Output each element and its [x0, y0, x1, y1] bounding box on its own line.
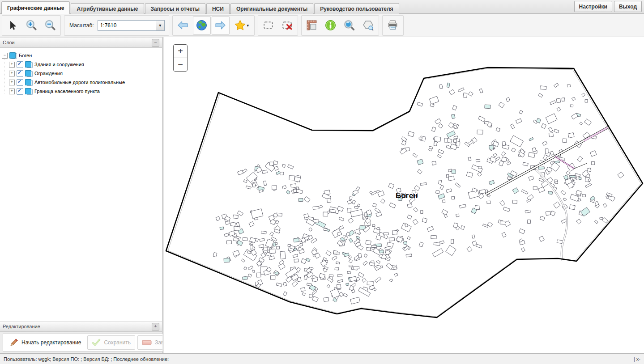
- settings-button-label: Настройки: [579, 4, 607, 10]
- combobox-trigger-button[interactable]: ▾: [156, 21, 164, 30]
- map-zoom-in-button[interactable]: +: [174, 45, 187, 58]
- layer-icon: [25, 88, 33, 95]
- navigation-group: ▾: [172, 15, 255, 36]
- tab-graphic-data[interactable]: Графические данные: [1, 1, 70, 14]
- select-rectangle-button[interactable]: [260, 16, 277, 35]
- scale-value: 1:7610: [98, 22, 156, 29]
- tab-label: Оригинальные документы: [236, 6, 307, 12]
- layer-icon: [25, 61, 33, 68]
- tree-root-bogen[interactable]: − Боген: [2, 51, 162, 60]
- pointer-tools-group: [2, 15, 61, 36]
- hexagon-search-icon: [362, 19, 374, 31]
- minus-icon: −: [154, 39, 157, 45]
- zoom-in-tool-button[interactable]: [22, 16, 40, 35]
- info-button[interactable]: [322, 16, 340, 35]
- back-button[interactable]: [174, 16, 192, 35]
- tab-original-documents[interactable]: Оригинальные документы: [230, 3, 313, 14]
- start-editing-button[interactable]: Начать редактирование: [5, 336, 85, 349]
- edit-panel-title: Редактирование: [3, 324, 152, 329]
- app-window: { "tabs": { "items": [ {"label": "Графич…: [0, 0, 644, 364]
- cursor-icon: [7, 20, 18, 31]
- layer-icon: [25, 70, 33, 77]
- tab-queries-reports[interactable]: Запросы и отчеты: [145, 3, 205, 14]
- layer-checkbox[interactable]: [17, 79, 23, 86]
- layer-checkbox[interactable]: [17, 88, 23, 95]
- edit-toolbar-inner: Начать редактирование Сохранить Завершит…: [3, 334, 189, 351]
- inspect-group: [301, 15, 379, 36]
- clear-selection-button[interactable]: [278, 16, 296, 35]
- info-icon: [324, 19, 337, 31]
- scale-combobox[interactable]: 1:7610 ▾: [98, 20, 165, 31]
- map-zoom-control: + −: [173, 44, 188, 72]
- zoom-out-tool-button[interactable]: [41, 16, 59, 35]
- tab-label: НСИ: [212, 6, 224, 12]
- exit-button-label: Выход: [619, 4, 637, 10]
- check-icon: [92, 339, 101, 347]
- map-toolbar: Масштаб: 1:7610 ▾ ▾: [0, 14, 644, 37]
- tabbar-right-buttons: Настройки Выход: [574, 1, 644, 13]
- left-panel: Слои − − Боген + Здания и сооружения + О…: [0, 37, 162, 353]
- favorites-button[interactable]: ▾: [230, 16, 253, 35]
- layer-item-label: Автомобильные дороги полигональные: [34, 80, 125, 85]
- search-button[interactable]: [341, 16, 358, 35]
- layers-tree: − Боген + Здания и сооружения + Огражден…: [0, 48, 162, 321]
- status-coordinates: | x-: [634, 356, 640, 362]
- layer-checkbox[interactable]: [17, 70, 23, 77]
- edit-toolbar: Начать редактирование Сохранить Завершит…: [0, 332, 162, 353]
- map-zoom-out-button[interactable]: −: [174, 58, 187, 71]
- exit-button[interactable]: Выход: [614, 1, 642, 12]
- forward-arrow-icon: [214, 19, 226, 31]
- zoom-in-icon: [26, 19, 38, 31]
- expand-node-icon[interactable]: +: [9, 71, 15, 76]
- collapse-node-icon[interactable]: −: [2, 53, 8, 59]
- measure-button[interactable]: [303, 16, 321, 35]
- map-canvas[interactable]: Боген: [164, 37, 644, 353]
- map-place-label: Боген: [396, 191, 418, 200]
- main-content: Слои − − Боген + Здания и сооружения + О…: [0, 37, 644, 353]
- globe-icon: [196, 19, 208, 31]
- expand-panel-button[interactable]: +: [152, 323, 159, 330]
- print-button[interactable]: [384, 16, 402, 35]
- settings-button[interactable]: Настройки: [574, 1, 612, 12]
- tab-attribute-data[interactable]: Атрибутивные данные: [71, 3, 144, 14]
- layer-item-label: Ограждения: [34, 71, 63, 76]
- tab-nsi[interactable]: НСИ: [206, 3, 230, 14]
- tab-label: Атрибутивные данные: [77, 6, 138, 12]
- status-user-info: Пользователь: wggk; Версия ПО: ; Версия …: [4, 356, 634, 362]
- layer-item-label: Здания и сооружения: [34, 62, 84, 67]
- finish-bar-icon: [142, 339, 152, 346]
- collapse-panel-button[interactable]: −: [152, 39, 159, 47]
- layers-panel-header: Слои −: [0, 37, 162, 48]
- zoom-out-icon: [44, 19, 56, 31]
- scale-label: Масштаб:: [69, 22, 94, 29]
- save-button[interactable]: Сохранить: [87, 335, 135, 350]
- expand-node-icon[interactable]: +: [9, 80, 15, 85]
- layer-checkbox[interactable]: [17, 61, 23, 68]
- star-icon: [234, 19, 246, 31]
- layer-item-roads[interactable]: + Автомобильные дороги полигональные: [2, 78, 162, 87]
- layer-item-fences[interactable]: + Ограждения: [2, 69, 162, 78]
- clear-selection-icon: [281, 19, 293, 31]
- layer-group-icon: [9, 52, 17, 59]
- back-arrow-icon: [177, 19, 189, 31]
- layer-item-settlement-boundary[interactable]: + Граница населенного пункта: [2, 87, 162, 96]
- tab-user-guide[interactable]: Руководство пользователя: [314, 3, 399, 14]
- layer-item-buildings[interactable]: + Здания и сооружения: [2, 60, 162, 69]
- status-bar: Пользователь: wggk; Версия ПО: ; Версия …: [0, 353, 644, 364]
- plus-icon: +: [154, 323, 157, 329]
- full-extent-button[interactable]: [193, 16, 211, 35]
- forward-button[interactable]: [212, 16, 230, 35]
- expand-node-icon[interactable]: +: [9, 89, 15, 94]
- pointer-tool-button[interactable]: [4, 16, 21, 35]
- edit-panel-header: Редактирование +: [0, 321, 162, 332]
- start-editing-label: Начать редактирование: [21, 339, 81, 346]
- selection-group: [258, 15, 298, 36]
- pencil-icon: [9, 338, 18, 347]
- tab-label: Руководство пользователя: [320, 6, 393, 12]
- spatial-search-button[interactable]: [359, 16, 377, 35]
- selection-rect-icon: [262, 19, 274, 31]
- chevron-down-icon: ▾: [247, 23, 249, 28]
- expand-node-icon[interactable]: +: [9, 62, 15, 68]
- ruler-icon: [306, 19, 318, 31]
- tree-root-label: Боген: [19, 53, 32, 58]
